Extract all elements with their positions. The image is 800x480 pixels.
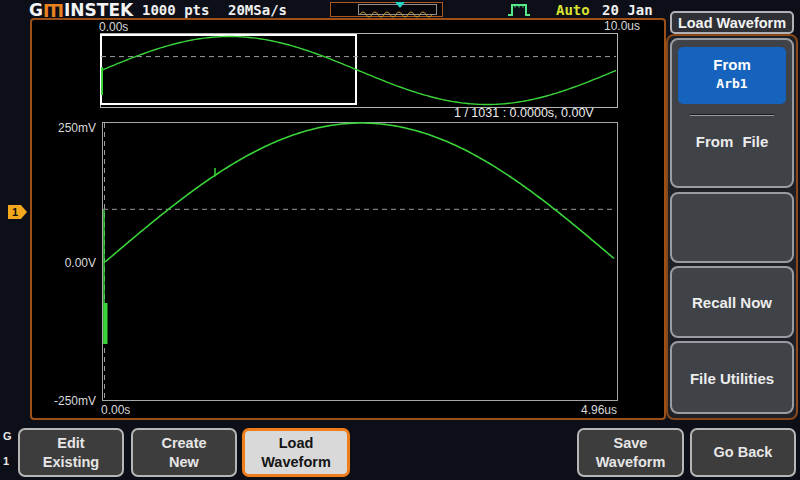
section-divider (690, 114, 774, 116)
softkey-label: Create (133, 434, 235, 453)
softkey-label: Waveform (245, 453, 347, 472)
from-arb1-button-line1: From (678, 56, 786, 73)
record-length-readout: 1000 pts (142, 2, 209, 18)
from-arb1-button-line2: Arb1 (678, 76, 786, 91)
zoom-x-end-label: 4.96us (570, 403, 617, 417)
file-utilities-button[interactable]: File Utilities (670, 370, 794, 387)
sample-rate-readout: 20MSa/s (228, 2, 287, 18)
brand-logo-right: INSTEK (64, 0, 133, 20)
channel-tag: 1 (8, 205, 27, 219)
zoom-y-mid-label: 0.00V (52, 256, 96, 270)
brand-logo-left: G (29, 0, 43, 20)
softkey-label: Go Back (692, 443, 794, 462)
overview-x-start-label: 0.00s (99, 20, 128, 34)
trigger-mode-readout: Auto (556, 2, 590, 18)
from-file-button[interactable]: From File (670, 133, 794, 150)
recall-now-button[interactable]: Recall Now (670, 294, 794, 311)
softkey-create-new[interactable]: Create New (131, 428, 237, 477)
softkey-go-back[interactable]: Go Back (690, 428, 796, 477)
generator-channel-label: 1 (3, 455, 9, 467)
softkey-edit-existing[interactable]: Edit Existing (18, 428, 124, 477)
side-panel-title: Load Waveform (670, 11, 794, 34)
softkey-label: Edit (20, 434, 122, 453)
side-panel-section-empty (670, 192, 794, 263)
zoom-x-start-label: 0.00s (101, 403, 130, 417)
softkey-load-waveform-active[interactable]: Load Waveform (242, 428, 350, 477)
waveform-preview (330, 2, 443, 17)
marker-readout: 1 / 1031 : 0.0000s, 0.00V (454, 106, 594, 120)
zoom-waveform (102, 122, 618, 401)
pulse-icon (507, 2, 531, 18)
softkey-label: Load (245, 434, 347, 453)
zoom-y-top-label: 250mV (52, 121, 96, 135)
brand-logo-glyph: Ш (43, 0, 64, 20)
brand-logo: GШINSTEK (29, 0, 133, 20)
zoom-y-bottom-label: -250mV (46, 394, 96, 408)
from-arb1-button[interactable]: From Arb1 (678, 47, 786, 104)
softkey-label: Waveform (579, 453, 682, 472)
softkey-label: Existing (20, 453, 122, 472)
date-readout: 20 Jan (602, 2, 653, 18)
generator-label: G (3, 430, 12, 442)
softkey-label: New (133, 453, 235, 472)
softkey-label: Save (579, 434, 682, 453)
softkey-save-waveform[interactable]: Save Waveform (577, 428, 684, 477)
instrument-screen: GШINSTEK 1000 pts 20MSa/s Auto 20 Jan 1 … (0, 0, 800, 480)
overview-x-end-label: 10.0us (604, 19, 640, 33)
position-marker-triangle-icon (395, 2, 405, 8)
overview-waveform (100, 33, 618, 108)
